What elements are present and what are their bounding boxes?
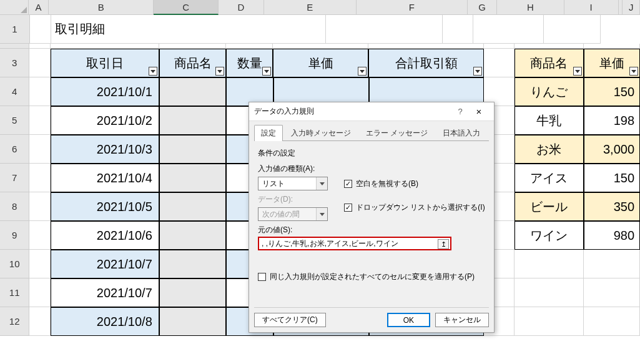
cell-H2[interactable] xyxy=(514,44,584,49)
product-price-cell[interactable]: 150 xyxy=(584,77,640,106)
cell-product-name[interactable] xyxy=(159,278,227,307)
cell-product-name[interactable] xyxy=(159,307,227,336)
cell-H12[interactable] xyxy=(514,307,584,336)
cell-product-name[interactable] xyxy=(159,77,227,106)
col-header-G[interactable]: G xyxy=(468,0,497,15)
row-header-4[interactable]: 4 xyxy=(0,77,29,106)
cell-A5[interactable] xyxy=(29,106,51,135)
product-name-cell[interactable]: 牛乳 xyxy=(514,106,584,135)
cell-D2[interactable] xyxy=(226,44,273,49)
cell-product-name[interactable] xyxy=(159,135,227,164)
product-name-cell[interactable]: お米 xyxy=(514,135,584,164)
cell-date[interactable]: 2021/10/3 xyxy=(51,135,159,164)
ok-button[interactable]: OK xyxy=(387,313,430,327)
product-price-cell[interactable]: 350 xyxy=(584,192,640,221)
cell-I1[interactable] xyxy=(544,15,601,44)
col-header-F[interactable]: F xyxy=(357,0,468,15)
product-price-cell[interactable]: 980 xyxy=(584,221,640,250)
cell-B1-title[interactable]: 取引明細 xyxy=(51,15,326,44)
row-header-3[interactable]: 3 xyxy=(0,49,29,77)
cell-A1[interactable] xyxy=(30,15,51,44)
col-header-A[interactable]: A xyxy=(29,0,49,15)
filter-icon[interactable] xyxy=(629,67,638,76)
cell-product-name[interactable] xyxy=(159,192,227,221)
row-header-12[interactable]: 12 xyxy=(0,307,29,336)
cancel-button[interactable]: キャンセル xyxy=(435,313,489,327)
cell-date[interactable]: 2021/10/1 xyxy=(51,77,159,106)
cell-product-name[interactable] xyxy=(159,221,227,250)
cell-date[interactable]: 2021/10/7 xyxy=(51,278,159,307)
product-name-cell[interactable]: アイス xyxy=(514,164,584,192)
header-product[interactable]: 商品名 xyxy=(159,49,227,77)
cell-B2[interactable] xyxy=(51,44,159,49)
cell-E2[interactable] xyxy=(273,44,368,49)
col-header-H[interactable]: H xyxy=(497,0,564,15)
row-header-2[interactable] xyxy=(0,44,29,49)
row-header-9[interactable]: 9 xyxy=(0,221,29,250)
range-selector-icon[interactable] xyxy=(438,239,449,249)
cell-product-name[interactable] xyxy=(159,164,227,192)
cell-H1[interactable] xyxy=(473,15,544,44)
header-date[interactable]: 取引日 xyxy=(51,49,159,77)
product-name-cell[interactable]: ワイン xyxy=(514,221,584,250)
cell-G1[interactable] xyxy=(443,15,473,44)
row-header-8[interactable]: 8 xyxy=(0,192,29,221)
cell-F2[interactable] xyxy=(368,44,484,49)
cell-C2[interactable] xyxy=(159,44,227,49)
filter-icon[interactable] xyxy=(215,67,224,76)
product-price-cell[interactable]: 3,000 xyxy=(584,135,640,164)
cell-A4[interactable] xyxy=(29,77,51,106)
header-unitprice[interactable]: 単価 xyxy=(273,49,368,77)
source-input[interactable]: , ,りんご,牛乳,お米,アイス,ビール,ワイン xyxy=(258,237,451,250)
cell-I11[interactable] xyxy=(584,278,640,307)
cell-I12[interactable] xyxy=(584,307,640,336)
filter-icon[interactable] xyxy=(358,67,367,76)
cell-A6[interactable] xyxy=(29,135,51,164)
filter-icon[interactable] xyxy=(473,67,482,76)
cell-A3[interactable] xyxy=(29,49,51,77)
close-button[interactable]: × xyxy=(469,106,489,117)
side-header-price[interactable]: 単価 xyxy=(584,49,640,77)
cell-H10[interactable] xyxy=(514,250,584,278)
cell-A12[interactable] xyxy=(29,307,51,336)
in-cell-dropdown-checkbox[interactable]: ドロップダウン リストから選択する(I) xyxy=(344,202,485,213)
col-header-C[interactable]: C xyxy=(154,0,219,15)
product-name-cell[interactable]: ビール xyxy=(514,192,584,221)
allow-select[interactable]: リスト xyxy=(258,177,328,190)
filter-icon[interactable] xyxy=(262,67,271,76)
cell-A7[interactable] xyxy=(29,164,51,192)
cell-A10[interactable] xyxy=(29,250,51,278)
row-header-1[interactable]: 1 xyxy=(0,15,30,44)
cell-A9[interactable] xyxy=(29,221,51,250)
cell-A11[interactable] xyxy=(29,278,51,307)
row-header-10[interactable]: 10 xyxy=(0,250,29,278)
col-header-D[interactable]: D xyxy=(219,0,264,15)
product-price-cell[interactable]: 198 xyxy=(584,106,640,135)
header-qty[interactable]: 数量 xyxy=(226,49,273,77)
col-header-J[interactable]: J xyxy=(622,0,640,15)
help-button[interactable]: ? xyxy=(451,107,469,116)
tab-settings[interactable]: 設定 xyxy=(254,125,283,141)
select-all-corner[interactable] xyxy=(0,0,29,15)
filter-icon[interactable] xyxy=(573,67,582,76)
cell-product-name[interactable] xyxy=(159,250,227,278)
cell-F1[interactable] xyxy=(326,15,443,44)
col-header-E[interactable]: E xyxy=(264,0,357,15)
cell-date[interactable]: 2021/10/8 xyxy=(51,307,159,336)
cell-date[interactable]: 2021/10/4 xyxy=(51,164,159,192)
cell-G2[interactable] xyxy=(484,44,514,49)
header-total[interactable]: 合計取引額 xyxy=(368,49,484,77)
cell-date[interactable]: 2021/10/6 xyxy=(51,221,159,250)
cell-G3[interactable] xyxy=(484,49,514,77)
side-header-product[interactable]: 商品名 xyxy=(514,49,584,77)
dialog-titlebar[interactable]: データの入力規則 ? × xyxy=(249,102,494,121)
cell-date[interactable]: 2021/10/7 xyxy=(51,250,159,278)
row-header-6[interactable]: 6 xyxy=(0,135,29,164)
col-header-B[interactable]: B xyxy=(49,0,154,15)
product-price-cell[interactable]: 150 xyxy=(584,164,640,192)
cell-product-name[interactable] xyxy=(159,106,227,135)
cell-H11[interactable] xyxy=(514,278,584,307)
tab-input-message[interactable]: 入力時メッセージ xyxy=(284,125,358,141)
col-header-I[interactable]: I xyxy=(564,0,619,15)
clear-all-button[interactable]: すべてクリア(C) xyxy=(254,313,326,327)
